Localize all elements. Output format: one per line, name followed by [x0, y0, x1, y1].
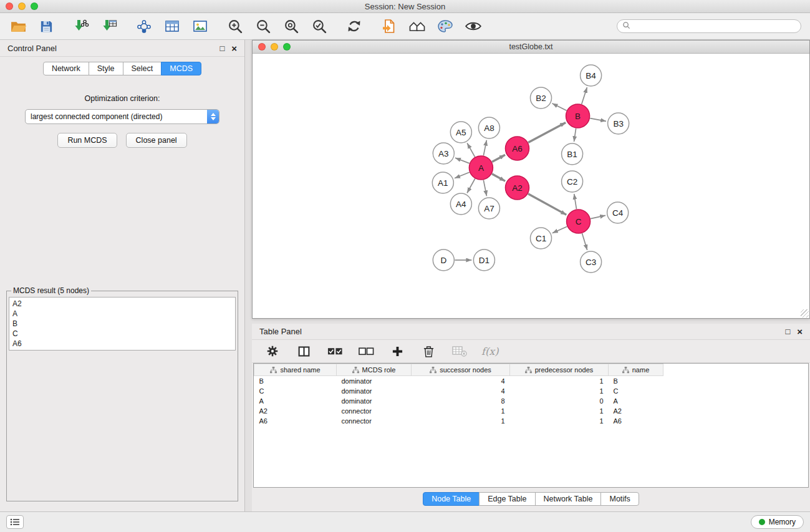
mcds-result-item[interactable]: A6	[12, 339, 232, 349]
mcds-result-item[interactable]: B	[12, 319, 232, 329]
style-palette-icon[interactable]	[436, 17, 455, 36]
table-row[interactable]: A2connector11A2	[254, 406, 673, 416]
graph-edge-B-B2[interactable]	[552, 104, 566, 110]
network-zoom-traffic-light[interactable]	[283, 43, 291, 51]
graph-node-A[interactable]: A	[469, 156, 493, 180]
column-header-shared-name[interactable]: shared name	[254, 364, 337, 376]
graph-node-C1[interactable]: C1	[530, 228, 551, 249]
column-header-predecessor-nodes[interactable]: predecessor nodes	[510, 364, 609, 376]
graph-node-A2[interactable]: A2	[505, 176, 529, 200]
graph-node-C3[interactable]: C3	[581, 251, 602, 273]
show-hide-icon[interactable]	[464, 17, 483, 36]
graph-node-C2[interactable]: C2	[562, 171, 583, 192]
graph-node-A6[interactable]: A6	[505, 137, 529, 160]
graph-node-A1[interactable]: A1	[432, 172, 453, 193]
tab-motifs[interactable]: Motifs	[600, 492, 639, 506]
graph-edge-A6-B[interactable]	[528, 122, 566, 142]
unselect-all-columns-icon[interactable]	[357, 342, 375, 360]
graph-edge-B-B3[interactable]	[590, 118, 606, 122]
tab-node-table[interactable]: Node Table	[423, 492, 480, 506]
graph-node-A5[interactable]: A5	[450, 122, 471, 143]
minimize-traffic-light[interactable]	[18, 2, 26, 10]
zoom-out-icon[interactable]	[254, 17, 272, 36]
graph-edge-A-A3[interactable]	[455, 158, 470, 163]
new-table-icon[interactable]	[163, 17, 181, 36]
table-row[interactable]: Adominator80A	[254, 396, 673, 406]
zoom-in-icon[interactable]	[226, 17, 244, 36]
table-row[interactable]: A6connector11A6	[254, 416, 673, 426]
tab-network[interactable]: Network	[43, 62, 89, 75]
graph-node-B4[interactable]: B4	[581, 65, 602, 86]
column-header-name[interactable]: name	[609, 364, 663, 376]
graph-edge-A-A7[interactable]	[483, 180, 486, 196]
column-header-successor-nodes[interactable]: successor nodes	[412, 364, 510, 376]
import-network-icon[interactable]	[72, 17, 90, 36]
graph-edge-A-A4[interactable]	[467, 179, 475, 193]
network-minimize-traffic-light[interactable]	[271, 43, 278, 51]
mcds-result-list[interactable]: A2ABCA6	[9, 297, 236, 351]
tab-mcds[interactable]: MCDS	[161, 62, 201, 75]
table-close-panel-icon[interactable]: ×	[797, 327, 803, 336]
tab-style[interactable]: Style	[89, 62, 123, 75]
graph-node-D[interactable]: D	[433, 249, 454, 271]
table-float-panel-icon[interactable]: □	[785, 327, 790, 336]
run-mcds-button[interactable]: Run MCDS	[57, 133, 117, 148]
close-panel-icon[interactable]: ×	[231, 44, 237, 53]
graph-node-A7[interactable]: A7	[478, 198, 499, 219]
graph-node-C4[interactable]: C4	[607, 202, 629, 223]
network-canvas[interactable]: B4B2BB3A8A5A6A3B1AC2A1A2A4A7C4CC1C3DD1	[253, 54, 809, 318]
close-panel-button[interactable]: Close panel	[126, 133, 187, 148]
zoom-selected-icon[interactable]	[310, 17, 329, 36]
graph-node-B2[interactable]: B2	[530, 87, 551, 109]
graph-node-C[interactable]: C	[567, 210, 591, 233]
graph-node-B[interactable]: B	[566, 104, 590, 128]
tab-select[interactable]: Select	[123, 62, 162, 75]
mcds-result-item[interactable]: C	[12, 329, 232, 339]
graph-edge-A-A1[interactable]	[455, 172, 470, 178]
mcds-result-item[interactable]: A	[12, 309, 232, 319]
tab-edge-table[interactable]: Edge Table	[479, 492, 535, 506]
float-panel-icon[interactable]: □	[219, 44, 224, 52]
memory-button[interactable]: Memory	[751, 515, 804, 529]
graph-node-B3[interactable]: B3	[608, 113, 629, 134]
window-resize-grip[interactable]	[801, 309, 809, 317]
graph-edge-C-C2[interactable]	[574, 194, 577, 209]
criterion-dropdown[interactable]: largest connected component (directed)	[25, 109, 219, 124]
delete-column-trash-icon[interactable]	[419, 342, 438, 360]
graph-edge-A-A8[interactable]	[483, 140, 486, 156]
mcds-result-item[interactable]: A2	[12, 299, 232, 309]
open-folder-icon[interactable]	[9, 17, 27, 36]
graph-edge-A-A2[interactable]	[492, 174, 505, 181]
graph-node-A8[interactable]: A8	[478, 117, 499, 138]
table-settings-gear-icon[interactable]	[263, 342, 282, 360]
graph-edge-A-A6[interactable]	[492, 155, 505, 162]
refresh-icon[interactable]	[345, 17, 364, 36]
show-columns-icon[interactable]	[294, 342, 313, 360]
table-row[interactable]: Cdominator41C	[254, 386, 673, 396]
graph-node-D1[interactable]: D1	[473, 249, 494, 271]
graph-edge-A-A5[interactable]	[467, 143, 475, 157]
create-column-plus-icon[interactable]	[388, 342, 407, 360]
export-image-icon[interactable]	[191, 17, 210, 36]
graph-edge-B-B1[interactable]	[574, 128, 576, 142]
column-header-mcds-role[interactable]: MCDS role	[337, 364, 412, 376]
table-row[interactable]: Bdominator41B	[254, 376, 673, 387]
open-session-file-icon[interactable]	[380, 17, 398, 36]
close-traffic-light[interactable]	[6, 2, 13, 10]
select-all-columns-icon[interactable]	[325, 342, 344, 360]
graph-node-B1[interactable]: B1	[562, 143, 583, 165]
new-network-icon[interactable]	[135, 17, 153, 36]
network-close-traffic-light[interactable]	[258, 43, 266, 51]
task-history-button[interactable]	[6, 515, 24, 529]
graph-edge-C-C1[interactable]	[552, 226, 567, 233]
search-input[interactable]	[634, 22, 796, 31]
graph-edge-C-C4[interactable]	[591, 215, 605, 218]
graph-edge-C-C3[interactable]	[582, 233, 587, 250]
search-field[interactable]	[617, 19, 801, 33]
save-icon[interactable]	[37, 17, 55, 36]
graph-edge-B-B4[interactable]	[582, 87, 587, 104]
zoom-fit-icon[interactable]	[282, 17, 301, 36]
zoom-traffic-light[interactable]	[31, 2, 38, 10]
import-table-icon[interactable]	[100, 17, 118, 36]
graph-node-A4[interactable]: A4	[450, 193, 471, 215]
